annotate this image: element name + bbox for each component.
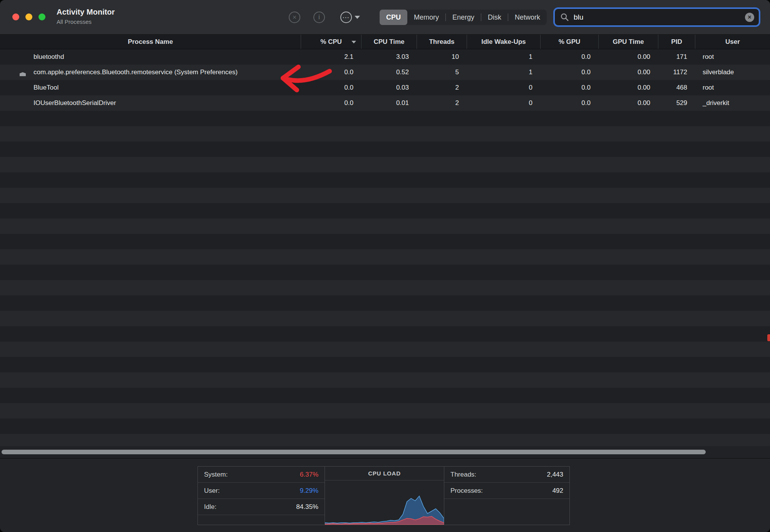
cell-gpu: 0.0 [540, 99, 598, 107]
cell-threads: 2 [417, 99, 467, 107]
cell-pid: 468 [658, 84, 695, 92]
ellipsis-circle-icon: ··· [340, 12, 352, 23]
title-block: Activity Monitor All Processes [57, 8, 115, 25]
process-name-cell: IOUserBluetoothSerialDriver [0, 99, 301, 107]
stat-value: 492 [552, 487, 563, 495]
cell-gpu: 0.0 [540, 53, 598, 61]
horizontal-scrollbar-thumb[interactable] [2, 450, 706, 454]
cell-cpu: 0.0 [301, 84, 361, 92]
activity-monitor-window: Activity Monitor All Processes × i ··· C… [0, 0, 770, 532]
quit-process-button[interactable]: × [289, 12, 300, 23]
column-header-threads[interactable]: Threads [417, 35, 467, 49]
column-header-cpu-time[interactable]: CPU Time [361, 35, 417, 49]
cell-gpu: 0.0 [540, 68, 598, 76]
search-input[interactable] [573, 13, 741, 22]
cell-pid: 529 [658, 99, 695, 107]
cell-idle_wakeups: 1 [467, 53, 540, 61]
stat-value: 6.37% [300, 471, 318, 479]
window-subtitle: All Processes [57, 18, 115, 25]
stat-label: System: [204, 471, 228, 479]
process-name-cell: bluetoothd [0, 53, 301, 61]
info-circle-icon: i [313, 12, 325, 23]
cell-threads: 5 [417, 68, 467, 76]
cell-cpu: 0.0 [301, 99, 361, 107]
stat-row: User:9.29% [198, 483, 325, 499]
minimize-button[interactable] [25, 13, 32, 20]
tab-energy[interactable]: Energy [446, 10, 481, 25]
tab-disk[interactable]: Disk [481, 10, 508, 25]
stat-value: 2,443 [547, 471, 563, 479]
cell-idle_wakeups: 1 [467, 68, 540, 76]
table-row[interactable]: bluetoothd2.13.031010.00.00171root [0, 49, 770, 65]
cell-user: silverblade [695, 68, 770, 76]
x-circle-icon: × [289, 12, 300, 23]
column-header-pid[interactable]: PID [658, 35, 695, 49]
column-header-process-name[interactable]: Process Name [0, 35, 301, 49]
sort-chevron-icon [352, 41, 356, 43]
table-body: bluetoothd2.13.031010.00.00171rootcom.ap… [0, 49, 770, 111]
threads-box: Threads:2,443Processes:492 [444, 467, 569, 525]
column-header-user[interactable]: User [695, 35, 770, 49]
titlebar: Activity Monitor All Processes × i ··· C… [0, 0, 770, 35]
cell-cpu: 2.1 [301, 53, 361, 61]
stat-row: Idle:84.35% [198, 499, 325, 515]
tab-network[interactable]: Network [508, 10, 547, 25]
tab-memory[interactable]: Memory [407, 10, 445, 25]
cell-threads: 2 [417, 84, 467, 92]
column-header-gpu-time[interactable]: GPU Time [598, 35, 658, 49]
cpu-load-box: CPU LOAD [325, 467, 444, 525]
cpu-load-title: CPU LOAD [325, 467, 444, 480]
clear-search-button[interactable]: × [745, 13, 754, 22]
chevron-down-icon [355, 16, 360, 19]
window-controls [12, 13, 45, 20]
column-header-idle-wakeups[interactable]: Idle Wake-Ups [467, 35, 540, 49]
cell-gpu_time: 0.00 [598, 53, 658, 61]
clear-icon: × [748, 13, 751, 22]
stat-row: Threads:2,443 [444, 467, 569, 483]
stat-row: System:6.37% [198, 467, 325, 483]
cell-gpu_time: 0.00 [598, 84, 658, 92]
window-title: Activity Monitor [57, 8, 115, 17]
cell-idle_wakeups: 0 [467, 99, 540, 107]
close-button[interactable] [12, 13, 19, 20]
cell-cpu_time: 3.03 [361, 53, 417, 61]
table-row[interactable]: BlueTool0.00.03200.00.00468root [0, 80, 770, 95]
cell-user: _driverkit [695, 99, 770, 107]
stat-label: Processes: [450, 487, 483, 495]
cell-gpu_time: 0.00 [598, 68, 658, 76]
stat-label: User: [204, 487, 220, 495]
more-options-button[interactable]: ··· [340, 12, 360, 23]
table-row[interactable]: com.apple.preferences.Bluetooth.remotese… [0, 65, 770, 80]
cpu-load-chart [325, 481, 444, 525]
table-header: Process Name % CPU CPU Time Threads Idle… [0, 35, 770, 49]
stat-label: Idle: [204, 503, 216, 511]
process-name: IOUserBluetoothSerialDriver [33, 99, 116, 107]
stat-label: Threads: [450, 471, 476, 479]
cpu-summary-box: System:6.37%User:9.29%Idle:84.35% [198, 467, 325, 525]
view-tabs: CPUMemoryEnergyDiskNetwork [380, 10, 547, 25]
tab-cpu[interactable]: CPU [380, 10, 407, 25]
cell-pid: 171 [658, 53, 695, 61]
process-name: bluetoothd [33, 53, 64, 60]
inspect-process-button[interactable]: i [313, 12, 325, 23]
process-name: com.apple.preferences.Bluetooth.remotese… [33, 68, 238, 76]
search-field[interactable]: × [554, 8, 759, 26]
stat-value: 84.35% [296, 503, 318, 511]
table-row[interactable]: IOUserBluetoothSerialDriver0.00.01200.00… [0, 95, 770, 111]
column-header-cpu[interactable]: % CPU [301, 35, 361, 49]
process-name-cell: BlueTool [0, 84, 301, 92]
process-name-cell: com.apple.preferences.Bluetooth.remotese… [0, 68, 301, 76]
cell-threads: 10 [417, 53, 467, 61]
cell-cpu_time: 0.03 [361, 84, 417, 92]
cell-pid: 1172 [658, 68, 695, 76]
process-name: BlueTool [33, 84, 59, 91]
stat-value: 9.29% [300, 487, 318, 495]
column-header-gpu[interactable]: % GPU [540, 35, 598, 49]
zoom-button[interactable] [38, 13, 45, 20]
cell-cpu: 0.0 [301, 68, 361, 76]
horizontal-scrollbar [0, 446, 770, 459]
search-icon [560, 13, 569, 22]
stat-row: Processes:492 [444, 483, 569, 499]
empty-rows-area [0, 111, 770, 446]
cell-idle_wakeups: 0 [467, 84, 540, 92]
